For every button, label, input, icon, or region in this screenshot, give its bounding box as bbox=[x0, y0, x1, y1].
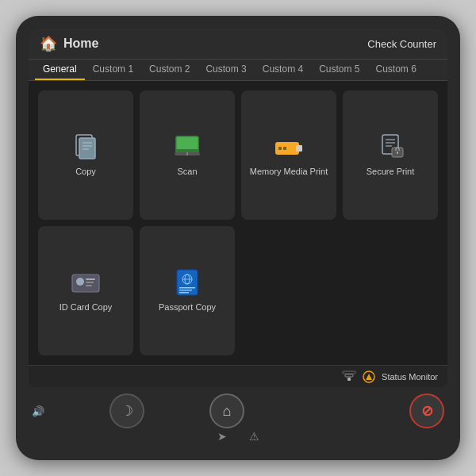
copy-icon bbox=[70, 132, 102, 161]
app-scan[interactable]: Scan bbox=[140, 90, 235, 220]
forward-icon[interactable]: ➤ bbox=[217, 430, 227, 443]
tab-custom2[interactable]: Custom 2 bbox=[141, 60, 198, 80]
stop-icon: ⊘ bbox=[421, 402, 433, 420]
sleep-button[interactable]: ☽ bbox=[109, 393, 144, 428]
svg-rect-18 bbox=[397, 152, 398, 154]
tab-custom3[interactable]: Custom 3 bbox=[198, 60, 254, 80]
status-monitor-label[interactable]: Status Monitor bbox=[382, 372, 438, 382]
header-left: 🏠 Home bbox=[40, 35, 98, 52]
tab-general[interactable]: General bbox=[35, 60, 85, 80]
svg-rect-32 bbox=[345, 374, 353, 377]
bottom-controls: 🔊 ☽ ⌂ ⊘ bbox=[29, 387, 447, 430]
network-icon bbox=[342, 370, 356, 383]
status-bar: Status Monitor bbox=[29, 365, 447, 387]
screen: 🏠 Home Check Counter General Custom 1 Cu… bbox=[29, 29, 447, 387]
id-card-icon bbox=[70, 268, 102, 297]
tab-custom1[interactable]: Custom 1 bbox=[85, 60, 141, 80]
app-passport-copy[interactable]: Passport Copy bbox=[140, 226, 235, 355]
check-counter-button[interactable]: Check Counter bbox=[367, 38, 436, 50]
home-icon: 🏠 bbox=[40, 35, 57, 52]
home-button[interactable]: ⌂ bbox=[209, 393, 244, 428]
tab-custom6[interactable]: Custom 6 bbox=[368, 60, 424, 80]
volume-icon[interactable]: 🔊 bbox=[32, 405, 44, 417]
svg-rect-12 bbox=[283, 147, 286, 150]
app-memory-media[interactable]: Memory Media Print bbox=[241, 90, 336, 220]
sleep-icon: ☽ bbox=[121, 402, 133, 420]
app-copy[interactable]: Copy bbox=[38, 90, 133, 220]
status-monitor-icon bbox=[363, 370, 375, 383]
svg-rect-29 bbox=[179, 290, 192, 291]
app-secure-print[interactable]: Secure Print bbox=[343, 90, 438, 220]
warning-icon: ⚠ bbox=[249, 430, 259, 443]
svg-rect-28 bbox=[179, 287, 195, 289]
svg-rect-23 bbox=[86, 285, 92, 286]
scan-label: Scan bbox=[177, 166, 197, 177]
tab-custom4[interactable]: Custom 4 bbox=[255, 60, 311, 80]
svg-point-20 bbox=[76, 278, 84, 286]
secure-print-icon bbox=[374, 132, 406, 161]
secure-print-label: Secure Print bbox=[367, 166, 415, 177]
svg-rect-22 bbox=[86, 282, 94, 283]
home-btn-icon: ⌂ bbox=[223, 403, 232, 420]
scan-icon bbox=[171, 132, 203, 161]
svg-rect-1 bbox=[79, 138, 95, 159]
svg-rect-10 bbox=[296, 145, 302, 152]
device-body: 🏠 Home Check Counter General Custom 1 Cu… bbox=[16, 16, 460, 460]
memory-media-icon bbox=[273, 132, 305, 161]
passport-label: Passport Copy bbox=[159, 301, 216, 313]
passport-icon bbox=[171, 268, 203, 297]
stop-button[interactable]: ⊘ bbox=[409, 393, 444, 428]
sub-icons-row: ➤ ⚠ bbox=[217, 430, 259, 447]
svg-rect-30 bbox=[179, 292, 189, 294]
svg-rect-31 bbox=[347, 378, 351, 381]
tab-custom5[interactable]: Custom 5 bbox=[311, 60, 367, 80]
tab-bar: General Custom 1 Custom 2 Custom 3 Custo… bbox=[29, 60, 447, 81]
svg-rect-33 bbox=[343, 371, 355, 374]
header-title: Home bbox=[63, 36, 98, 51]
app-id-card-copy[interactable]: ID Card Copy bbox=[38, 226, 133, 355]
svg-marker-35 bbox=[366, 374, 372, 380]
memory-media-label: Memory Media Print bbox=[250, 166, 328, 177]
copy-label: Copy bbox=[75, 166, 96, 177]
svg-rect-21 bbox=[86, 278, 95, 280]
header: 🏠 Home Check Counter bbox=[29, 29, 447, 60]
svg-rect-24 bbox=[177, 270, 198, 295]
svg-rect-11 bbox=[278, 147, 282, 150]
app-grid: Copy Scan bbox=[29, 81, 447, 365]
id-card-label: ID Card Copy bbox=[60, 301, 113, 313]
svg-rect-19 bbox=[72, 274, 99, 292]
